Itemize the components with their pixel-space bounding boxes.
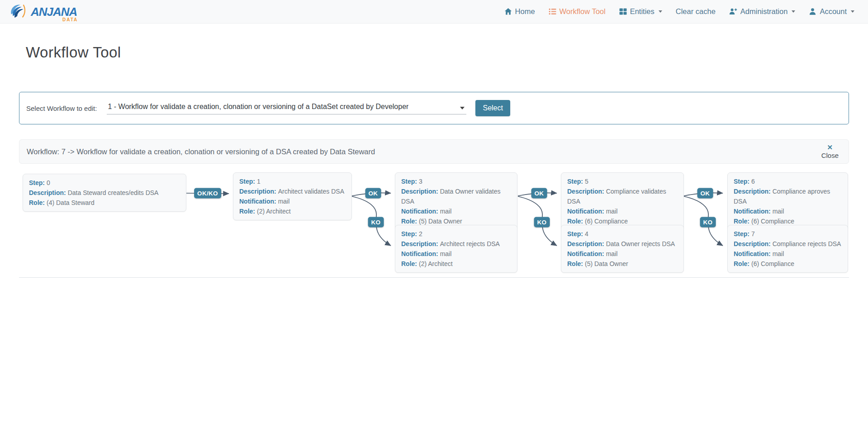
- select-button[interactable]: Select: [475, 100, 510, 116]
- nav-item-administration[interactable]: Administration: [729, 7, 796, 16]
- role-label: Role:: [567, 218, 583, 225]
- workflow-diagram: OK/KO OK KO OK KO OK KO Step:0 Descripti…: [19, 168, 849, 278]
- notification-label: Notification:: [734, 250, 771, 257]
- nav-label: Account: [820, 7, 847, 16]
- user-icon: [809, 8, 816, 15]
- role-value: (2) Architect: [257, 208, 291, 215]
- role-label: Role:: [401, 260, 417, 267]
- notification-label: Notification:: [734, 208, 771, 215]
- nav-label: Administration: [740, 7, 788, 16]
- transition-badge-ko: KO: [368, 217, 384, 228]
- nav-links: Home Workflow Tool Entities: [504, 7, 854, 16]
- description-label: Description:: [734, 188, 771, 195]
- caret-down-icon: [659, 10, 662, 13]
- workflow-header-panel: Workflow: 7 -> Workflow for validate a c…: [19, 139, 849, 164]
- role-label: Role:: [239, 208, 255, 215]
- description-label: Description:: [29, 189, 66, 196]
- step-label: Step:: [567, 230, 583, 238]
- step-value: 7: [751, 230, 755, 238]
- nav-item-account[interactable]: Account: [809, 7, 854, 16]
- notification-label: Notification:: [567, 208, 604, 215]
- user-plus-icon: [729, 8, 737, 15]
- step-box-7[interactable]: Step:7 Description:Compliance rejects DS…: [727, 225, 848, 273]
- select-caret-icon: [460, 107, 465, 109]
- description-label: Description:: [734, 240, 771, 247]
- page-title: Workflow Tool: [26, 43, 868, 62]
- role-value: (6) Compliance: [751, 260, 794, 267]
- nav-item-entities[interactable]: Entities: [619, 7, 662, 16]
- description-label: Description:: [401, 188, 438, 195]
- role-label: Role:: [567, 260, 583, 267]
- role-label: Role:: [734, 218, 749, 225]
- workflow-select-value: 1 - Workflow for validate a creation, cl…: [108, 103, 408, 111]
- description-value: Compliance rejects DSA: [773, 240, 841, 247]
- step-label: Step:: [401, 178, 417, 185]
- nav-label: Home: [515, 7, 535, 16]
- step-label: Step:: [734, 178, 749, 185]
- notification-label: Notification:: [239, 198, 276, 205]
- brand-sub: DATA: [62, 18, 78, 22]
- close-button[interactable]: ✕ Close: [819, 142, 841, 161]
- step-label: Step:: [401, 230, 417, 238]
- transition-badge-ok: OK: [531, 188, 547, 199]
- description-label: Description:: [567, 188, 604, 195]
- role-value: (5) Data Owner: [419, 218, 462, 225]
- description-value: Architect rejects DSA: [440, 240, 500, 247]
- notification-label: Notification:: [401, 208, 438, 215]
- role-value: (6) Compliance: [585, 218, 628, 225]
- step-box-5[interactable]: Step:5 Description:Compliance validates …: [561, 172, 684, 230]
- step-box-4[interactable]: Step:4 Description:Data Owner rejects DS…: [561, 225, 684, 273]
- role-label: Role:: [401, 218, 417, 225]
- notification-value: mail: [606, 250, 618, 257]
- transition-badge-ko: KO: [700, 217, 716, 228]
- workflow-select[interactable]: 1 - Workflow for validate a creation, cl…: [107, 102, 466, 114]
- brand-swirl-icon: [10, 2, 29, 21]
- role-value: (4) Data Steward: [47, 199, 95, 206]
- notification-value: mail: [773, 250, 784, 257]
- brand-logo[interactable]: ANJANA DATA: [10, 2, 77, 21]
- role-label: Role:: [29, 199, 45, 206]
- list-icon: [549, 8, 556, 15]
- role-value: (5) Data Owner: [585, 260, 628, 267]
- caret-down-icon: [792, 10, 795, 13]
- grid-icon: [619, 8, 627, 15]
- step-label: Step:: [734, 230, 749, 238]
- notification-label: Notification:: [567, 250, 604, 257]
- step-value: 1: [257, 178, 261, 185]
- nav-item-home[interactable]: Home: [504, 7, 535, 16]
- nav-label: Clear cache: [676, 7, 716, 16]
- notification-label: Notification:: [401, 250, 438, 257]
- nav-label: Workflow Tool: [560, 7, 606, 16]
- brand-name: ANJANA: [31, 5, 77, 19]
- step-box-0[interactable]: Step:0 Description:Data Steward creates/…: [23, 174, 186, 212]
- step-label: Step:: [239, 178, 255, 185]
- description-value: Data Steward creates/edits DSA: [68, 189, 159, 196]
- role-value: (6) Compliance: [751, 218, 794, 225]
- step-value: 4: [585, 230, 588, 238]
- step-value: 5: [585, 178, 588, 185]
- description-value: Architect validates DSA: [278, 188, 344, 195]
- notification-value: mail: [278, 198, 290, 205]
- caret-down-icon: [851, 10, 854, 13]
- description-value: Data Owner rejects DSA: [606, 240, 675, 247]
- step-box-6[interactable]: Step:6 Description:Compliance aproves DS…: [727, 172, 848, 230]
- notification-value: mail: [773, 208, 784, 215]
- workflow-selector-panel: Select Workflow to edit: 1 - Workflow fo…: [19, 92, 849, 124]
- description-label: Description:: [567, 240, 604, 247]
- step-label: Step:: [567, 178, 583, 185]
- description-label: Description:: [239, 188, 276, 195]
- home-icon: [504, 8, 512, 15]
- step-value: 2: [419, 230, 422, 238]
- nav-label: Entities: [630, 7, 655, 16]
- top-navbar: ANJANA DATA Home Workflow Tool: [0, 0, 868, 24]
- transition-badge-ok: OK: [365, 188, 381, 199]
- description-label: Description:: [401, 240, 438, 247]
- step-box-3[interactable]: Step:3 Description:Data Owner validates …: [395, 172, 517, 230]
- nav-item-workflow-tool[interactable]: Workflow Tool: [549, 7, 606, 16]
- step-box-2[interactable]: Step:2 Description:Architect rejects DSA…: [395, 225, 517, 273]
- notification-value: mail: [440, 250, 452, 257]
- nav-item-clear-cache[interactable]: Clear cache: [676, 7, 716, 16]
- role-value: (2) Architect: [419, 260, 453, 267]
- step-box-1[interactable]: Step:1 Description:Architect validates D…: [233, 172, 352, 220]
- transition-badge-ok: OK: [697, 188, 713, 199]
